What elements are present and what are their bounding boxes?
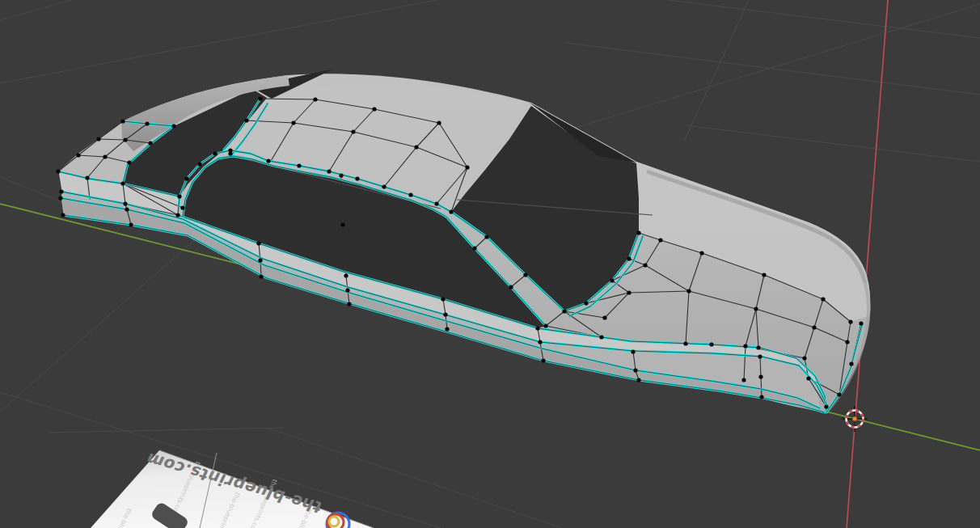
- mesh-vertex[interactable]: [758, 374, 762, 378]
- mesh-vertex[interactable]: [756, 345, 760, 349]
- mesh-vertex[interactable]: [355, 176, 359, 180]
- mesh-vertex[interactable]: [636, 378, 640, 382]
- mesh-vertex[interactable]: [472, 246, 476, 250]
- mesh-vertex[interactable]: [351, 129, 355, 133]
- mesh-vertex[interactable]: [148, 141, 152, 145]
- mesh-vertex[interactable]: [56, 169, 60, 173]
- mesh-vertex[interactable]: [120, 181, 125, 185]
- mesh-vertex[interactable]: [177, 194, 181, 198]
- mesh-vertex[interactable]: [145, 121, 149, 125]
- mesh-vertex[interactable]: [643, 263, 647, 267]
- mesh-vertex[interactable]: [754, 306, 758, 310]
- mesh-vertex[interactable]: [802, 356, 806, 360]
- mesh-vertex[interactable]: [523, 272, 527, 277]
- mesh-vertex[interactable]: [631, 349, 635, 353]
- mesh-vertex[interactable]: [120, 119, 125, 123]
- mesh-vertex[interactable]: [184, 176, 188, 180]
- mesh-vertex[interactable]: [562, 309, 566, 313]
- mesh-vertex[interactable]: [758, 354, 762, 358]
- mesh-vertex[interactable]: [762, 272, 766, 277]
- mesh-vertex[interactable]: [845, 340, 849, 344]
- mesh-vertex[interactable]: [125, 207, 129, 211]
- mesh-vertex[interactable]: [445, 327, 449, 331]
- 3d-viewport[interactable]: the-blueprints.com the-blueprints.com th…: [0, 0, 980, 528]
- mesh-vertex[interactable]: [683, 341, 687, 345]
- mesh-vertex[interactable]: [171, 124, 175, 128]
- mesh-vertex[interactable]: [627, 256, 631, 260]
- mesh-vertex[interactable]: [76, 153, 80, 157]
- mesh-vertex[interactable]: [465, 165, 469, 169]
- mesh-vertex[interactable]: [96, 137, 100, 141]
- mesh-vertex[interactable]: [61, 213, 65, 217]
- mesh-vertex[interactable]: [538, 340, 542, 344]
- mesh-vertex[interactable]: [759, 395, 763, 399]
- mesh-vertex[interactable]: [244, 118, 248, 122]
- mesh-vertex[interactable]: [812, 325, 816, 329]
- mesh-vertex[interactable]: [340, 222, 344, 226]
- mesh-vertex[interactable]: [859, 321, 863, 325]
- mesh-vertex[interactable]: [441, 297, 445, 301]
- mesh-vertex[interactable]: [345, 288, 349, 292]
- mesh-vertex[interactable]: [59, 189, 63, 193]
- mesh-vertex[interactable]: [258, 96, 262, 100]
- mesh-vertex[interactable]: [297, 163, 301, 167]
- mesh-vertex[interactable]: [213, 151, 217, 155]
- mesh-vertex[interactable]: [85, 175, 89, 180]
- mesh-vertex[interactable]: [129, 222, 133, 226]
- mesh-vertex[interactable]: [610, 278, 614, 282]
- mesh-vertex[interactable]: [339, 173, 343, 177]
- mesh-vertex[interactable]: [602, 315, 606, 319]
- mesh-vertex[interactable]: [686, 289, 691, 293]
- mesh-vertex[interactable]: [434, 201, 438, 205]
- mesh-vertex[interactable]: [123, 137, 127, 142]
- mesh-vertex[interactable]: [699, 251, 703, 255]
- mesh-vertex[interactable]: [599, 335, 603, 339]
- mesh-vertex[interactable]: [123, 201, 127, 205]
- mesh-vertex[interactable]: [484, 234, 488, 239]
- mesh-vertex[interactable]: [741, 378, 746, 382]
- mesh-vertex[interactable]: [103, 154, 107, 158]
- mesh-vertex[interactable]: [258, 258, 262, 262]
- mesh-vertex[interactable]: [821, 297, 825, 301]
- mesh-vertex[interactable]: [180, 205, 184, 209]
- mesh-vertex[interactable]: [344, 273, 348, 277]
- mesh-vertex[interactable]: [543, 323, 547, 327]
- mesh-vertex[interactable]: [58, 196, 62, 200]
- mesh-vertex[interactable]: [824, 404, 828, 408]
- mesh-vertex[interactable]: [266, 158, 270, 163]
- mesh-vertex[interactable]: [313, 97, 317, 101]
- mesh-vertex[interactable]: [709, 342, 713, 346]
- mesh-vertex[interactable]: [347, 302, 351, 306]
- mesh-vertex[interactable]: [327, 169, 331, 173]
- mesh-vertex[interactable]: [449, 209, 453, 213]
- mesh-vertex[interactable]: [848, 319, 852, 323]
- mesh-vertex[interactable]: [443, 312, 447, 316]
- mesh-vertex[interactable]: [627, 290, 631, 294]
- mesh-vertex[interactable]: [382, 184, 386, 188]
- mesh-vertex[interactable]: [127, 160, 131, 164]
- mesh-vertex[interactable]: [849, 361, 853, 365]
- mesh-vertex[interactable]: [541, 358, 545, 362]
- mesh-vertex[interactable]: [259, 274, 263, 278]
- cursor-center-dot: [852, 416, 857, 421]
- mesh-vertex[interactable]: [535, 326, 539, 330]
- mesh-vertex[interactable]: [408, 192, 412, 196]
- mesh-vertex[interactable]: [437, 120, 441, 125]
- mesh-vertex[interactable]: [197, 162, 201, 166]
- mesh-vertex[interactable]: [743, 344, 747, 348]
- mesh-vertex[interactable]: [256, 241, 260, 245]
- mesh-vertex[interactable]: [175, 213, 180, 217]
- mesh-vertex[interactable]: [291, 120, 295, 125]
- mesh-vertex[interactable]: [228, 151, 232, 155]
- mesh-vertex[interactable]: [372, 107, 376, 111]
- mesh-vertex[interactable]: [509, 285, 513, 289]
- mesh-vertex[interactable]: [658, 238, 662, 242]
- mesh-vertex[interactable]: [806, 376, 810, 380]
- mesh-vertex[interactable]: [636, 230, 640, 234]
- viewport-canvas[interactable]: the-blueprints.com the-blueprints.com th…: [0, 0, 980, 528]
- mesh-vertex[interactable]: [414, 145, 418, 149]
- mesh-vertex[interactable]: [837, 392, 841, 396]
- mesh-vertex[interactable]: [633, 368, 637, 372]
- mesh-vertex[interactable]: [584, 301, 588, 305]
